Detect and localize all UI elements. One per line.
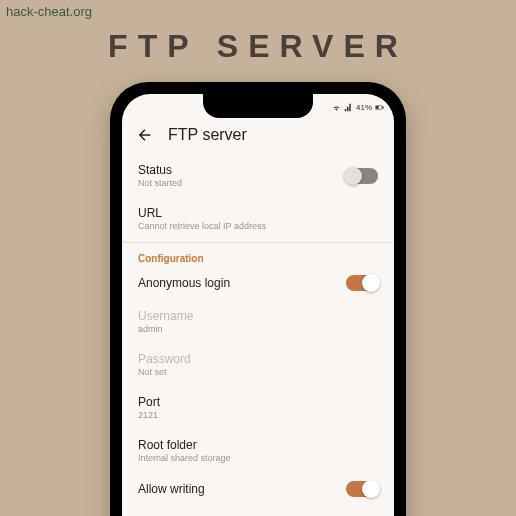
svg-rect-2 bbox=[376, 106, 378, 108]
root-title: Root folder bbox=[138, 438, 231, 452]
root-sub: Internal shared storage bbox=[138, 453, 231, 463]
url-title: URL bbox=[138, 206, 266, 220]
battery-icon bbox=[375, 103, 384, 112]
password-title: Password bbox=[138, 352, 191, 366]
status-sub: Not started bbox=[138, 178, 182, 188]
watermark: hack-cheat.org bbox=[6, 4, 92, 19]
phone-notch bbox=[203, 94, 313, 118]
write-title: Allow writing bbox=[138, 482, 205, 496]
password-sub: Not set bbox=[138, 367, 191, 377]
page-title: FTP SERVER bbox=[0, 28, 516, 65]
app-header: FTP server bbox=[122, 120, 394, 154]
anon-toggle[interactable] bbox=[346, 275, 378, 291]
svg-rect-1 bbox=[383, 106, 384, 108]
port-sub: 2121 bbox=[138, 410, 160, 420]
url-sub: Cannot retrieve local IP address bbox=[138, 221, 266, 231]
phone-screen: 41% FTP server Status Not started URL Ca… bbox=[122, 94, 394, 516]
write-toggle[interactable] bbox=[346, 481, 378, 497]
password-row: Password Not set bbox=[122, 343, 394, 386]
battery-text: 41% bbox=[356, 103, 372, 112]
port-row[interactable]: Port 2121 bbox=[122, 386, 394, 429]
allow-writing-row[interactable]: Allow writing bbox=[122, 472, 394, 506]
url-row[interactable]: URL Cannot retrieve local IP address bbox=[122, 197, 394, 240]
section-configuration: Configuration bbox=[122, 245, 394, 266]
header-title: FTP server bbox=[168, 126, 247, 144]
status-title: Status bbox=[138, 163, 182, 177]
username-sub: admin bbox=[138, 324, 193, 334]
status-row[interactable]: Status Not started bbox=[122, 154, 394, 197]
divider bbox=[122, 242, 394, 243]
anon-title: Anonymous login bbox=[138, 276, 230, 290]
root-folder-row[interactable]: Root folder Internal shared storage bbox=[122, 429, 394, 472]
port-title: Port bbox=[138, 395, 160, 409]
back-arrow-icon[interactable] bbox=[136, 126, 154, 144]
signal-icon bbox=[344, 103, 353, 112]
phone-frame: 41% FTP server Status Not started URL Ca… bbox=[110, 82, 406, 516]
wifi-icon bbox=[332, 103, 341, 112]
username-title: Username bbox=[138, 309, 193, 323]
status-toggle[interactable] bbox=[346, 168, 378, 184]
username-row: Username admin bbox=[122, 300, 394, 343]
anonymous-login-row[interactable]: Anonymous login bbox=[122, 266, 394, 300]
